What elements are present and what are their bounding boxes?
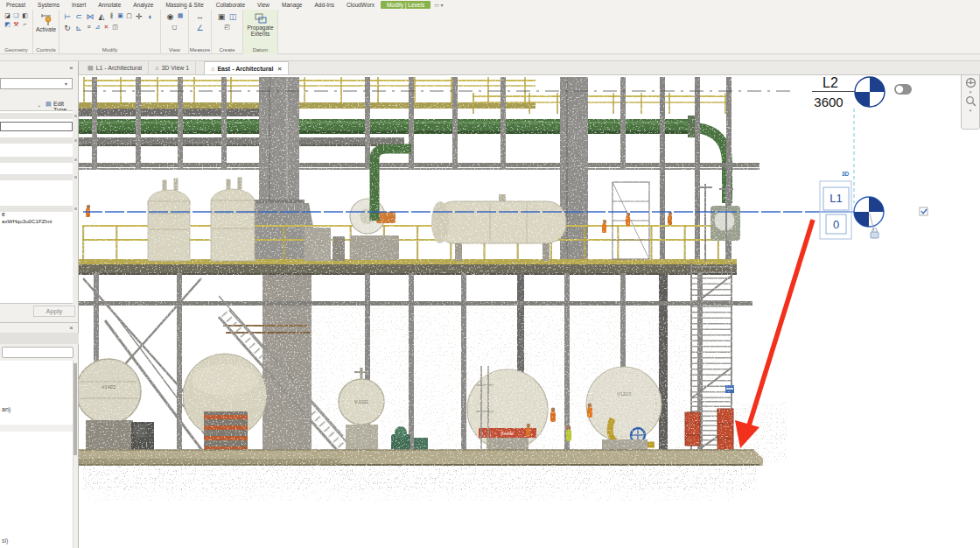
- chevron-down-icon[interactable]: ▾: [970, 90, 972, 94]
- apply-button[interactable]: Apply: [33, 306, 75, 317]
- chevron-down-icon[interactable]: ▾: [970, 109, 972, 112]
- paint-icon[interactable]: ◧: [21, 11, 29, 19]
- activate-pin-icon: [40, 12, 52, 26]
- panel-label-datum: Datum: [243, 46, 277, 54]
- browser-scrollbar-thumb[interactable]: [74, 363, 77, 455]
- isolate-icon[interactable]: ◻: [171, 23, 178, 31]
- steering-wheel-icon[interactable]: [965, 77, 976, 88]
- level-elevation-l1[interactable]: 0: [826, 218, 846, 231]
- offset-icon[interactable]: ⊂: [74, 11, 84, 22]
- ribbon-tab-precast[interactable]: Precast: [0, 1, 32, 9]
- ribbon-tab-insert[interactable]: Insert: [66, 1, 92, 9]
- type-selector[interactable]: [0, 78, 73, 89]
- ribbon-tab-annotate[interactable]: Annotate: [92, 1, 127, 9]
- measure-icon[interactable]: ↔: [195, 11, 206, 22]
- level-name-l2[interactable]: L2: [817, 75, 844, 91]
- elevation-view-icon: ⌂: [211, 66, 214, 72]
- align-icon[interactable]: ⊢: [62, 11, 73, 22]
- ribbon-tab-manage[interactable]: Manage: [276, 1, 309, 9]
- property-value-fragment: e: [2, 211, 5, 217]
- panel-modify: ⊢ ⊂ ⋈ ◭ ∦ ▣ ▢ ✛ ◐ ↻ ⊾ ≡ ⊿ ✕ ◫ Modify: [60, 10, 161, 54]
- edit-type-icon: ▤: [46, 101, 52, 108]
- cut-icon[interactable]: ◪: [4, 11, 11, 19]
- split-face-icon[interactable]: ◩: [4, 20, 11, 28]
- property-section-header[interactable]: [0, 137, 73, 144]
- ribbon-state-toggle-icon[interactable]: ▭ ▾: [434, 2, 443, 8]
- property-section-header[interactable]: [0, 157, 73, 163]
- propagate-extents-button[interactable]: Propagate Extents: [244, 11, 276, 38]
- close-browser-icon[interactable]: ×: [69, 324, 74, 332]
- properties-palette: × ▾ ⌄ ▤ Edit Type e axWHqu3u0C1FZlmi App…: [0, 61, 79, 548]
- move-icon[interactable]: ✛: [134, 11, 144, 22]
- close-properties-icon[interactable]: ×: [69, 64, 74, 72]
- panel-controls: Activate Controls: [33, 10, 60, 54]
- view-tab-east-architectural[interactable]: ⌂ East - Architectural ×: [204, 61, 289, 74]
- create-group-icon[interactable]: ▣: [216, 11, 227, 22]
- ribbon-tab-view[interactable]: View: [251, 1, 276, 9]
- palette-divider: [0, 322, 79, 323]
- split-icon[interactable]: ∦: [108, 11, 116, 19]
- property-section-header[interactable]: [0, 206, 73, 212]
- ribbon-tab-add-ins[interactable]: Add-Ins: [308, 1, 340, 9]
- activate-label: Activate: [36, 26, 56, 32]
- browser-item-fragment[interactable]: si): [2, 537, 8, 544]
- ribbon-tab-cloudworx[interactable]: CloudWorx: [340, 1, 381, 9]
- close-view-tab-icon[interactable]: ×: [277, 65, 282, 73]
- level-3d-extent-label[interactable]: 3D: [842, 171, 849, 177]
- combo-arrow-icon[interactable]: ⌄: [37, 102, 41, 109]
- demolish-icon[interactable]: ⚒: [12, 20, 20, 28]
- chevron-down-icon: ▾: [65, 81, 67, 87]
- level-name-l1[interactable]: L1: [823, 192, 849, 205]
- view-tab-label: L1 - Architectural: [96, 65, 143, 71]
- panel-datum: Propagate Extents Datum: [243, 10, 278, 54]
- browser-row-band[interactable]: [0, 425, 73, 432]
- hide-icon[interactable]: ◉: [165, 11, 176, 22]
- match-icon[interactable]: ◫: [111, 23, 119, 31]
- ribbon-panels: ◪ ❏ ◧ ◩ ⚒ ⌐ Geometry Activate: [0, 10, 980, 54]
- navigation-bar[interactable]: ▾ ▾: [961, 75, 980, 130]
- browser-search-input[interactable]: [2, 347, 74, 358]
- propagate-extents-icon: [254, 12, 268, 25]
- angle-icon[interactable]: ∠: [195, 23, 206, 33]
- plan-view-icon: ▤: [88, 65, 94, 72]
- unpin-icon[interactable]: ▢: [125, 11, 133, 19]
- join-icon[interactable]: ❏: [12, 11, 20, 19]
- mirror-axis-icon[interactable]: ◭: [96, 11, 107, 22]
- ribbon-tab-analyze[interactable]: Analyze: [127, 1, 159, 9]
- panel-label-measure: Measure: [189, 46, 211, 54]
- override-icon[interactable]: ▦: [177, 11, 185, 19]
- activate-button[interactable]: Activate: [34, 11, 58, 33]
- delete-icon[interactable]: ✕: [102, 23, 110, 31]
- property-value-input[interactable]: [0, 122, 73, 131]
- property-section-header[interactable]: [0, 113, 73, 119]
- lock-icon[interactable]: [871, 228, 878, 239]
- panel-view: ◉ ▦ ◻ View: [161, 10, 189, 54]
- point-cloud-svg: V1402 V-1302: [79, 75, 980, 548]
- ribbon-tab-modify-levels[interactable]: Modify | Levels: [381, 1, 430, 9]
- scale-icon[interactable]: ⊿: [94, 23, 102, 31]
- panel-label-view: View: [161, 46, 188, 54]
- ribbon-tab-systems[interactable]: Systems: [32, 1, 66, 9]
- browser-item-fragment[interactable]: an): [2, 406, 10, 412]
- mirror-icon[interactable]: ⋈: [85, 11, 95, 22]
- copy-icon[interactable]: ◐: [145, 11, 156, 22]
- rotate-icon[interactable]: ↻: [62, 23, 73, 33]
- zoom-icon[interactable]: [965, 95, 976, 107]
- ribbon-tab-collaborate[interactable]: Collaborate: [210, 1, 251, 9]
- view-tab-3d-view-1[interactable]: ⌂ 3D View 1: [149, 61, 196, 74]
- view-tab-l1-architectural[interactable]: ▤ L1 - Architectural: [81, 61, 149, 74]
- trim-icon[interactable]: ⊾: [74, 23, 84, 33]
- pin-icon[interactable]: ▣: [116, 11, 124, 19]
- level-elevation-l2[interactable]: 3600: [808, 95, 849, 109]
- array-icon[interactable]: ≡: [85, 23, 93, 31]
- extents-checkbox[interactable]: [920, 207, 928, 215]
- browser-list: [0, 361, 73, 548]
- cope-icon[interactable]: ⌐: [21, 20, 29, 28]
- ribbon-tab-massing-site[interactable]: Massing & Site: [159, 1, 209, 9]
- create-assembly-icon[interactable]: ◰: [223, 23, 231, 31]
- propagate-extents-label: Propagate Extents: [246, 25, 275, 37]
- panel-create: ▣ ◫ ◰ Create: [212, 10, 243, 54]
- create-similar-icon[interactable]: ◫: [228, 11, 238, 22]
- drawing-area[interactable]: V1402 V-1302: [79, 75, 980, 548]
- property-section-header[interactable]: [0, 174, 73, 180]
